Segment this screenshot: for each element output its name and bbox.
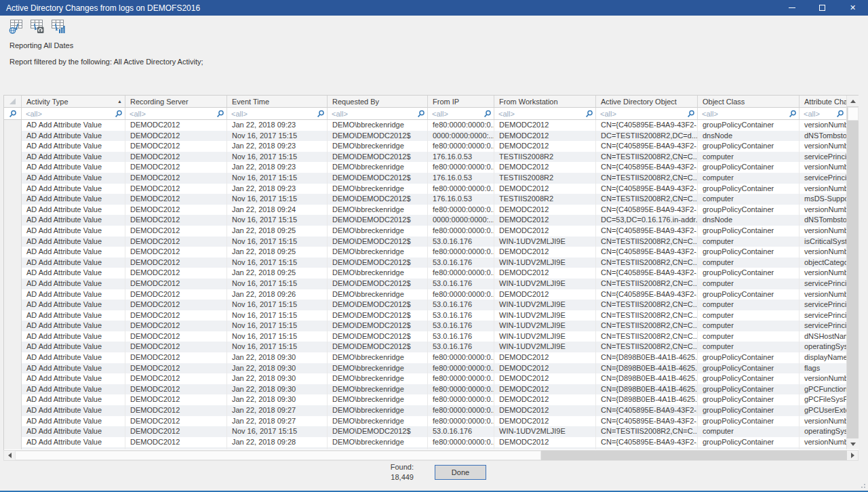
- table-row[interactable]: AD Add Attribute ValueDEMODC2012Jan 22, …: [4, 205, 846, 216]
- maximize-button[interactable]: [807, 0, 837, 16]
- row-indicator[interactable]: [4, 141, 22, 152]
- row-indicator[interactable]: [4, 152, 22, 163]
- done-button[interactable]: Done: [435, 465, 486, 480]
- filter-input-requested-by[interactable]: <all>: [328, 108, 428, 119]
- table-row[interactable]: AD Add Attribute ValueDEMODC2012Jan 22, …: [4, 437, 846, 448]
- table-row[interactable]: AD Add Attribute ValueDEMODC2012Nov 16, …: [4, 131, 846, 142]
- horizontal-scroll-thumb[interactable]: [15, 451, 541, 460]
- table-row[interactable]: AD Add Attribute ValueDEMODC2012Jan 22, …: [4, 384, 846, 395]
- filter-input-attribute-changed[interactable]: <all>: [800, 108, 846, 119]
- row-indicator[interactable]: [4, 215, 22, 226]
- row-indicator[interactable]: [4, 120, 22, 131]
- table-row[interactable]: AD Add Attribute ValueDEMODC2012Jan 22, …: [4, 226, 846, 237]
- filter-search-button[interactable]: [216, 110, 224, 118]
- row-indicator[interactable]: [4, 184, 22, 194]
- vertical-scroll-thumb[interactable]: [848, 107, 859, 121]
- row-indicator[interactable]: [4, 247, 22, 258]
- filter-input-object-class[interactable]: <all>: [698, 108, 800, 119]
- filter-search-button[interactable]: [317, 110, 325, 118]
- row-indicator[interactable]: [4, 268, 22, 279]
- filter-search-button[interactable]: [789, 110, 797, 118]
- table-row[interactable]: AD Add Attribute ValueDEMODC2012Nov 16, …: [4, 342, 846, 352]
- table-row[interactable]: AD Add Attribute ValueDEMODC2012Jan 22, …: [4, 394, 846, 405]
- search-icon[interactable]: [687, 110, 695, 118]
- row-indicator[interactable]: [4, 331, 22, 342]
- export-chart-button[interactable]: [50, 18, 66, 35]
- column-header-activity-type[interactable]: Activity Type▲: [22, 96, 125, 107]
- resize-grip-icon[interactable]: [859, 482, 866, 489]
- filter-input-active-directory-object[interactable]: <all>: [596, 108, 698, 119]
- table-row[interactable]: AD Add Attribute ValueDEMODC2012Nov 16, …: [4, 310, 846, 321]
- row-indicator[interactable]: [4, 289, 22, 300]
- table-row[interactable]: AD Add Attribute ValueDEMODC2012Jan 22, …: [4, 405, 846, 416]
- table-row[interactable]: AD Add Attribute ValueDEMODC2012Jan 22, …: [4, 447, 846, 449]
- row-indicator[interactable]: [4, 310, 22, 321]
- table-row[interactable]: AD Add Attribute ValueDEMODC2012Jan 22, …: [4, 247, 846, 258]
- table-row[interactable]: AD Add Attribute ValueDEMODC2012Jan 22, …: [4, 363, 846, 374]
- select-all-corner[interactable]: [4, 96, 22, 107]
- search-icon[interactable]: [789, 110, 797, 118]
- table-row[interactable]: AD Add Attribute ValueDEMODC2012Nov 16, …: [4, 426, 846, 437]
- search-icon[interactable]: [216, 110, 224, 118]
- table-row[interactable]: AD Add Attribute ValueDEMODC2012Jan 22, …: [4, 162, 846, 173]
- row-indicator[interactable]: [4, 258, 22, 268]
- table-row[interactable]: AD Add Attribute ValueDEMODC2012Nov 16, …: [4, 279, 846, 289]
- row-indicator[interactable]: [4, 237, 22, 247]
- row-indicator[interactable]: [4, 131, 22, 142]
- table-row[interactable]: AD Add Attribute ValueDEMODC2012Jan 22, …: [4, 416, 846, 427]
- scroll-right-button[interactable]: [847, 451, 858, 460]
- table-row[interactable]: AD Add Attribute ValueDEMODC2012Nov 16, …: [4, 258, 846, 268]
- row-indicator[interactable]: [4, 363, 22, 374]
- table-row[interactable]: AD Add Attribute ValueDEMODC2012Nov 16, …: [4, 173, 846, 184]
- table-row[interactable]: AD Add Attribute ValueDEMODC2012Nov 16, …: [4, 237, 846, 247]
- filter-input-from-workstation[interactable]: <all>: [494, 108, 596, 119]
- row-indicator[interactable]: [4, 194, 22, 205]
- row-indicator[interactable]: [4, 437, 22, 448]
- row-indicator[interactable]: [4, 342, 22, 352]
- table-row[interactable]: AD Add Attribute ValueDEMODC2012Jan 22, …: [4, 141, 846, 152]
- filter-input-activity-type[interactable]: <all>: [22, 108, 125, 119]
- scroll-up-button[interactable]: [847, 96, 859, 106]
- row-indicator[interactable]: [4, 416, 22, 427]
- search-icon[interactable]: [417, 110, 425, 118]
- export-archive-button[interactable]: [29, 18, 45, 35]
- table-row[interactable]: AD Add Attribute ValueDEMODC2012Jan 22, …: [4, 184, 846, 194]
- close-button[interactable]: ✕: [837, 0, 868, 16]
- table-row[interactable]: AD Add Attribute ValueDEMODC2012Jan 22, …: [4, 120, 846, 131]
- column-header-from-ip[interactable]: From IP: [428, 96, 494, 107]
- search-icon[interactable]: [9, 110, 17, 118]
- export-web-button[interactable]: [8, 18, 24, 35]
- row-indicator[interactable]: [4, 279, 22, 289]
- table-row[interactable]: AD Add Attribute ValueDEMODC2012Nov 16, …: [4, 152, 846, 163]
- column-header-event-time[interactable]: Event Time: [227, 96, 328, 107]
- table-row[interactable]: AD Add Attribute ValueDEMODC2012Nov 16, …: [4, 331, 846, 342]
- table-row[interactable]: AD Add Attribute ValueDEMODC2012Nov 16, …: [4, 300, 846, 310]
- table-row[interactable]: AD Add Attribute ValueDEMODC2012Nov 16, …: [4, 215, 846, 226]
- row-indicator[interactable]: [4, 226, 22, 237]
- search-icon[interactable]: [585, 110, 593, 118]
- table-row[interactable]: AD Add Attribute ValueDEMODC2012Jan 22, …: [4, 373, 846, 384]
- vertical-scrollbar[interactable]: [846, 96, 859, 449]
- filter-search-button[interactable]: [115, 110, 123, 118]
- row-indicator[interactable]: [4, 394, 22, 405]
- filter-search-button[interactable]: [836, 110, 844, 118]
- row-indicator[interactable]: [4, 352, 22, 363]
- column-header-attribute-changed[interactable]: Attribute Changed: [800, 96, 846, 107]
- row-indicator[interactable]: [4, 426, 22, 437]
- filter-search-button[interactable]: [4, 108, 22, 119]
- filter-input-event-time[interactable]: <all>: [227, 108, 328, 119]
- column-header-active-directory-object[interactable]: Active Directory Object: [596, 96, 698, 107]
- table-row[interactable]: AD Add Attribute ValueDEMODC2012Jan 22, …: [4, 289, 846, 300]
- search-icon[interactable]: [484, 110, 492, 118]
- row-indicator[interactable]: [4, 173, 22, 184]
- row-indicator[interactable]: [4, 447, 22, 449]
- row-indicator[interactable]: [4, 205, 22, 216]
- filter-search-button[interactable]: [585, 110, 593, 118]
- column-header-from-workstation[interactable]: From Workstation: [494, 96, 596, 107]
- filter-search-button[interactable]: [484, 110, 492, 118]
- column-header-requested-by[interactable]: Requested By: [328, 96, 428, 107]
- table-row[interactable]: AD Add Attribute ValueDEMODC2012Jan 22, …: [4, 268, 846, 279]
- search-icon[interactable]: [317, 110, 325, 118]
- table-row[interactable]: AD Add Attribute ValueDEMODC2012Nov 16, …: [4, 321, 846, 331]
- filter-search-button[interactable]: [417, 110, 425, 118]
